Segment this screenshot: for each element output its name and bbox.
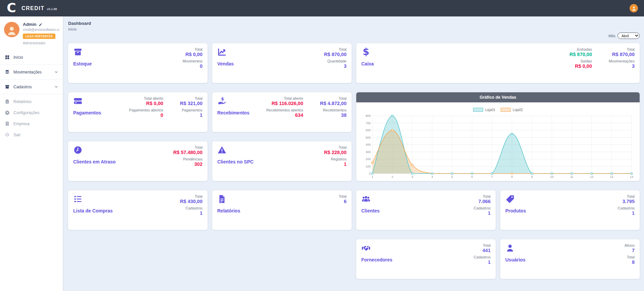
page-title: Dashboard — [68, 21, 640, 26]
stat-label: Total — [180, 194, 202, 198]
card-pagamentos[interactable]: PagamentosTotal abertoR$ 0,00Pagamentos … — [68, 92, 208, 132]
sidebar-item-label: Início — [13, 55, 23, 60]
card-clientes-no-spc[interactable]: Clientes no SPCTotalR$ 228,00Registros1 — [212, 141, 352, 181]
stat-label: Movimentos — [183, 59, 202, 63]
month-select[interactable]: Abril — [617, 33, 640, 39]
app-name: CREDIT — [21, 5, 45, 11]
card-estoque[interactable]: EstoqueTotalR$ 0,00Movimentos0 — [68, 43, 208, 83]
card-title[interactable]: Produtos — [505, 208, 526, 213]
grid-icon — [5, 55, 10, 60]
card-title[interactable]: Clientes no SPC — [217, 159, 254, 164]
stat-label: Total — [183, 47, 202, 51]
card-row: EstoqueTotalR$ 0,00Movimentos0VendasTota… — [68, 43, 352, 83]
card-title[interactable]: Clientes em Atraso — [73, 159, 116, 164]
warning-icon — [217, 145, 227, 155]
card-title[interactable]: Vendas — [217, 61, 234, 66]
sidebar-item-movimentacoes[interactable]: Movimentações — [0, 66, 63, 78]
stat-column: Total6 — [339, 194, 347, 226]
card-title[interactable]: Clientes — [361, 208, 379, 213]
stat-value: R$ 0,00 — [183, 52, 202, 57]
svg-text:1: 1 — [371, 175, 373, 179]
card-title[interactable]: Lista de Compras — [73, 208, 112, 213]
sidebar-item-inicio[interactable]: Início — [0, 52, 63, 63]
legend-label: Loja01 — [485, 108, 495, 112]
chart-body: Loja01Loja020100200300400500600700800123… — [356, 102, 640, 180]
stat-column: TotalR$ 321,00Pagamentos1 — [180, 96, 202, 128]
card-row: PagamentosTotal abertoR$ 0,00Pagamentos … — [68, 92, 352, 132]
stat-value: 3 — [609, 63, 635, 69]
stat-value: 1 — [474, 259, 491, 265]
stat-label: Quantidade — [324, 59, 347, 63]
card-clientes-em-atraso[interactable]: Clientes em AtrasoTotalR$ 57.480,00Pendê… — [68, 141, 208, 181]
profile-name: Admin — [23, 22, 36, 27]
month-label: Mês — [608, 34, 615, 38]
profile-role: Administrador — [23, 41, 59, 45]
app-logo: C — [7, 1, 16, 14]
card-title[interactable]: Fornecedores — [361, 257, 393, 262]
app-version: v0.1.88 — [47, 7, 57, 11]
sidebar: Admin credit@anronsoftware.co... LOJA VE… — [0, 16, 63, 291]
card-fornecedores[interactable]: FornecedoresTotal441Cadastros1 — [356, 239, 496, 279]
legend-label: Loja02 — [513, 108, 523, 112]
stat-label: Total — [609, 47, 635, 51]
svg-text:14: 14 — [630, 175, 633, 179]
card-title[interactable]: Relatórios — [217, 208, 240, 213]
legend-swatch — [473, 108, 483, 112]
month-filter: Mês Abril — [68, 33, 640, 39]
nav-divider — [0, 94, 63, 94]
card-title[interactable]: Pagamentos — [73, 110, 101, 115]
stat-value: 8 — [625, 259, 635, 265]
card-vendas[interactable]: VendasTotalR$ 870,00Quantidade3 — [212, 43, 352, 83]
card-caixa[interactable]: $CaixaEntradasR$ 870,00SaídasR$ 0,00Tota… — [356, 43, 640, 83]
gear-icon — [5, 110, 10, 115]
stat-label: Total — [339, 194, 347, 198]
clipboard-icon — [5, 99, 10, 104]
sidebar-item-relatorios[interactable]: Relatórios — [0, 96, 63, 107]
topbar: C CREDIT v0.1.88 — [0, 0, 644, 16]
stat-label: Cadastros — [474, 255, 491, 259]
card-recebimentos[interactable]: $RecebimentosTotal abertoR$ 116.026,00Re… — [212, 92, 352, 132]
legend-item-loja02[interactable]: Loja02 — [501, 108, 523, 112]
stat-label: Total aberto — [129, 96, 164, 100]
stat-column: Total abertoR$ 0,00Pagamentos abertos0 — [129, 96, 164, 128]
page-header: Dashboard Início — [68, 21, 640, 31]
card-title[interactable]: Recebimentos — [217, 110, 249, 115]
card-usuarios[interactable]: UsuáriosAtivos7Total8 — [500, 239, 640, 279]
card-row: Gráfico de VendasLoja01Loja0201002003004… — [356, 92, 640, 181]
stat-value: R$ 870,00 — [609, 52, 635, 57]
svg-text:11: 11 — [570, 175, 573, 179]
card-relatorios[interactable]: RelatóriosTotal6 — [212, 190, 352, 230]
sidebar-item-empresa[interactable]: Empresa — [0, 118, 63, 129]
user-icon — [505, 243, 515, 253]
card-title[interactable]: Usuários — [505, 257, 525, 262]
card-lista-de-compras[interactable]: Lista de ComprasTotalR$ 430,00Cadastros1 — [68, 190, 208, 230]
card-produtos[interactable]: ProdutosTotal3.795Cadastros1 — [500, 190, 640, 230]
stat-label: Total — [324, 47, 347, 51]
stat-label: Total aberto — [266, 96, 303, 100]
clock-icon — [73, 145, 83, 155]
stat-value: 1 — [618, 210, 635, 216]
svg-text:7: 7 — [491, 175, 493, 179]
nav-divider — [0, 79, 63, 80]
user-avatar-button[interactable] — [630, 4, 638, 12]
card-title[interactable]: Estoque — [73, 61, 92, 66]
archive-icon — [5, 84, 10, 89]
sidebar-item-sair[interactable]: Sair — [0, 129, 63, 140]
stat-label: Entradas — [569, 47, 592, 51]
card-title[interactable]: Caixa — [361, 61, 374, 66]
chart-title: Gráfico de Vendas — [356, 92, 640, 102]
list-icon — [73, 194, 83, 204]
stat-value: 6 — [339, 199, 347, 204]
stat-label: Saídas — [569, 59, 592, 63]
svg-text:100: 100 — [366, 165, 371, 168]
stat-label: Recebimentos — [320, 108, 347, 112]
legend-item-loja01[interactable]: Loja01 — [473, 108, 495, 112]
card-row: $CaixaEntradasR$ 870,00SaídasR$ 0,00Tota… — [356, 43, 640, 83]
chart-legend: Loja01Loja02 — [359, 106, 637, 113]
pencil-icon[interactable] — [39, 22, 42, 26]
stat-value: 0 — [183, 63, 202, 69]
sidebar-item-cadastros[interactable]: Cadastros — [0, 81, 63, 92]
card-clientes[interactable]: ClientesTotal7.066Cadastros1 — [356, 190, 496, 230]
stat-column: Total441Cadastros1 — [474, 243, 491, 275]
sidebar-item-configuracoes[interactable]: Configurações — [0, 107, 63, 118]
